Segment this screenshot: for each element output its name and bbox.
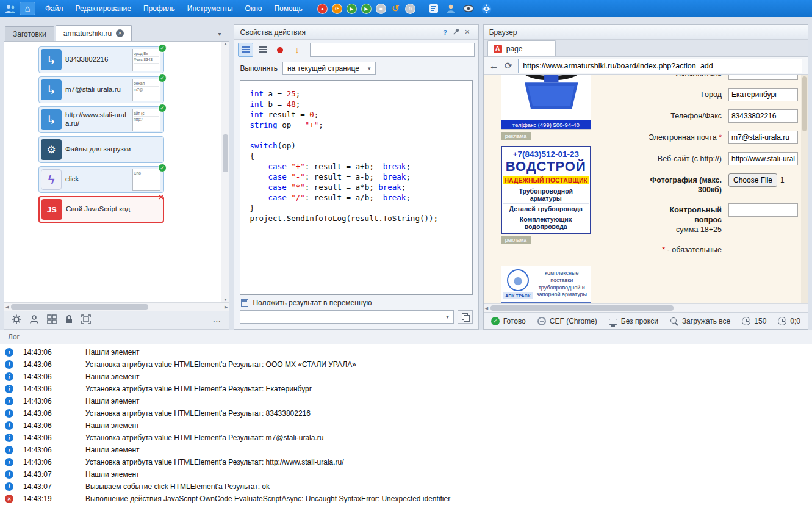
log-message: Установка атрибута value HTMLElement'а Р… [85, 360, 812, 369]
scrollbar-thumb[interactable] [490, 305, 674, 311]
page-vertical-scrollbar[interactable] [801, 75, 808, 303]
execute-target-select[interactable]: на текущей странице ▾ [282, 62, 376, 75]
url-input[interactable] [518, 59, 802, 73]
canvas-horizontal-scrollbar[interactable]: ◀ ▶ [4, 302, 229, 311]
menu-item-1[interactable]: Редактирование [70, 0, 137, 17]
profile-settings-icon[interactable] [29, 314, 39, 326]
list-view-button[interactable] [255, 43, 270, 57]
status-item-150[interactable]: 150 [742, 317, 766, 325]
form-input-0[interactable] [728, 75, 798, 80]
scroll-left-icon[interactable]: ◀ [485, 306, 488, 311]
profile-icon[interactable] [446, 4, 456, 13]
status-item-Загружать все[interactable]: Загружать все [670, 317, 730, 325]
form-row: Телефон/Факс [649, 109, 798, 123]
tab-close-icon[interactable]: ✕ [116, 29, 124, 37]
action-card-1[interactable]: ↳m7@stali-urala.ruоннаяm7@✓ [38, 76, 164, 103]
scroll-left-icon[interactable]: ◀ [5, 305, 9, 310]
help-button[interactable]: ? [440, 29, 451, 36]
document-tabbar: Заготовки armaturshiki.ru ✕ ▾ [4, 24, 229, 41]
scrollbar-thumb[interactable] [11, 304, 148, 310]
menu-item-3[interactable]: Инструменты [181, 0, 239, 17]
form-input-3[interactable] [728, 131, 798, 144]
scroll-right-icon[interactable]: ▶ [225, 305, 228, 310]
action-card-4[interactable]: ϟclickCho✓ [38, 166, 164, 193]
grid-view-icon[interactable] [47, 314, 57, 326]
tab-list-caret-icon[interactable]: ▾ [218, 31, 221, 37]
status-item-0;0[interactable]: 0;0 [778, 317, 800, 325]
vodstroy-ad-banner[interactable]: +7(843)512-01-23 ВОДСТРОЙ НАДЕЖНЫЙ ПОСТА… [501, 146, 591, 234]
scrollbar-thumb[interactable] [802, 76, 807, 131]
page-horizontal-scrollbar[interactable]: ◀ [484, 303, 808, 312]
step-button[interactable]: ▶ [361, 4, 372, 14]
form-input-4[interactable] [728, 152, 798, 165]
insert-down-button[interactable]: ↓ [289, 43, 304, 57]
code-line [250, 130, 462, 140]
success-check-icon: ✓ [158, 164, 167, 172]
browser-tab-page[interactable]: A page [487, 40, 556, 56]
tab-zagotovki[interactable]: Заготовки [5, 26, 54, 41]
ads-column: тел|факс (499) 500-94-40 реклама +7(843)… [501, 75, 592, 303]
page-favicon: A [494, 45, 502, 53]
scroll-down-icon[interactable]: ▼ [223, 297, 228, 302]
app-logo-icon[interactable] [2, 2, 18, 15]
remove-action-icon[interactable]: ✕ [158, 193, 164, 201]
menu-item-2[interactable]: Профиль [137, 0, 181, 17]
chevron-down-icon: ▾ [446, 314, 449, 320]
eye-icon[interactable] [463, 5, 474, 12]
status-item-CEF (Chrome)[interactable]: CEF (Chrome) [537, 317, 597, 325]
menubar-misc-icons [429, 4, 492, 14]
properties-header: Свойства действия ? ✕ [234, 25, 478, 40]
code-editor[interactable]: int a = 25;int b = 48;int result = 0;str… [240, 80, 472, 295]
lock-icon[interactable] [65, 314, 73, 326]
sort-actions-icon[interactable] [429, 4, 439, 13]
menubar-menus: ФайлРедактированиеПрофильИнструментыОкно… [39, 0, 309, 17]
status-item-Без прокси[interactable]: Без прокси [609, 317, 658, 325]
menu-item-0[interactable]: Файл [39, 0, 70, 17]
action-card-2[interactable]: ↳http://www.stali-urala.ru/айт (сhttp:/✓ [38, 106, 164, 133]
record-button[interactable]: ● [317, 4, 328, 14]
record-action-button[interactable] [272, 43, 287, 57]
log-message: Нашли элемент [85, 348, 812, 357]
valve-ad-banner[interactable]: тел|факс (499) 500-94-40 [501, 75, 591, 130]
project-canvas[interactable]: ↳83433802216ород ЕкФакс 8343✓↳m7@stali-u… [4, 41, 229, 302]
network-icon[interactable] [481, 4, 492, 14]
tab-armaturshiki[interactable]: armaturshiki.ru ✕ [56, 25, 132, 41]
file-upload-button[interactable]: Choose File [728, 173, 777, 187]
fit-view-icon[interactable] [81, 314, 91, 326]
play-button[interactable]: ▶ [347, 4, 357, 14]
log-row-11: i14:43:07Вызываем событие click HTMLElem… [0, 481, 812, 493]
canvas-vertical-scrollbar[interactable]: ▲ ▼ [221, 42, 229, 302]
back-icon[interactable]: ← [489, 60, 499, 71]
menu-item-5[interactable]: Помощь [268, 0, 308, 17]
restart-button[interactable]: ⟳ [332, 4, 342, 14]
script-view-button[interactable] [238, 43, 253, 57]
more-actions-button[interactable]: ⋯ [212, 316, 221, 325]
form-input-6[interactable] [728, 203, 798, 217]
web-page: тел|факс (499) 500-94-40 реклама +7(843)… [484, 75, 808, 303]
action-label: Свой JavaScript код [66, 205, 160, 214]
undo-button[interactable]: ↺ [390, 4, 401, 14]
form-input-2[interactable] [728, 109, 798, 123]
scroll-up-icon[interactable]: ▲ [223, 42, 228, 46]
copy-icon[interactable] [458, 310, 473, 324]
redo-button[interactable]: ↻ [405, 4, 415, 14]
vodstroy-line: Трубопроводной арматуры [503, 186, 589, 203]
result-variable-select[interactable]: ▾ [240, 310, 453, 324]
action-card-3[interactable]: ⚙Файлы для загрузки [38, 136, 164, 163]
settings-gear-icon[interactable] [12, 314, 21, 326]
form-input-1[interactable] [728, 88, 798, 101]
refresh-icon[interactable]: ⟳ [505, 60, 512, 71]
stop-button[interactable]: ■ [376, 4, 386, 14]
apk-trask-ad-banner[interactable]: АПК ТРАСК комплексные поставки трубопров… [501, 266, 591, 303]
tab-label: armaturshiki.ru [63, 29, 112, 38]
pin-icon[interactable] [451, 28, 462, 36]
vodstroy-name: ВОДСТРОЙ [503, 159, 589, 175]
action-card-5[interactable]: JSСвой JavaScript код✕ [38, 196, 164, 223]
menu-item-4[interactable]: Окно [239, 0, 268, 17]
close-panel-button[interactable]: ✕ [462, 28, 473, 36]
info-icon: i [5, 446, 13, 454]
home-button[interactable]: ⌂ [20, 2, 35, 15]
action-search-input[interactable] [310, 43, 474, 57]
scrollbar-thumb[interactable] [223, 134, 228, 172]
action-card-0[interactable]: ↳83433802216ород ЕкФакс 8343✓ [38, 46, 164, 73]
